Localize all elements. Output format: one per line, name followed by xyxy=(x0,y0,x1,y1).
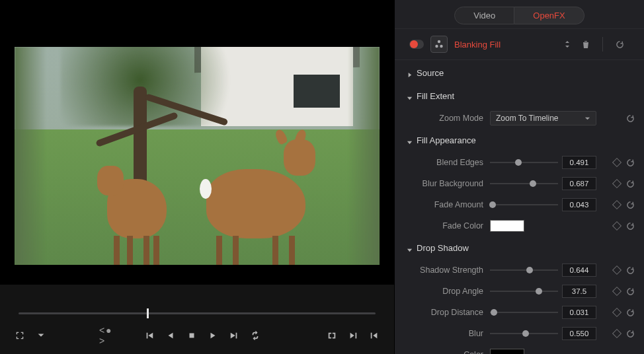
playhead[interactable] xyxy=(147,308,149,318)
trash-icon[interactable] xyxy=(581,40,590,49)
svg-point-0 xyxy=(438,40,440,43)
blend-edges-reset-icon[interactable] xyxy=(625,158,635,167)
zoom-mode-select[interactable]: Zoom To Timeline xyxy=(490,111,596,125)
section-drop-shadow-label: Drop Shadow xyxy=(417,243,469,253)
shadow-blur-label: Blur xyxy=(400,329,490,338)
drop-distance-label: Drop Distance xyxy=(400,308,490,317)
timeline-scrubber[interactable] xyxy=(0,285,394,318)
section-source-label: Source xyxy=(417,68,444,78)
fade-amount-keyframe[interactable] xyxy=(612,200,622,209)
prev-clip-icon[interactable] xyxy=(366,328,382,343)
svg-point-1 xyxy=(435,45,438,48)
blur-background-slider[interactable] xyxy=(490,177,558,190)
fade-color-reset-icon[interactable] xyxy=(625,221,635,230)
fade-color-keyframe[interactable] xyxy=(612,221,622,230)
shadow-blur-keyframe[interactable] xyxy=(612,329,622,338)
crop-icon[interactable] xyxy=(12,328,28,343)
viewer-pane: < ● > xyxy=(0,0,394,354)
blend-edges-value[interactable]: 0.491 xyxy=(562,156,596,169)
fade-amount-value[interactable]: 0.043 xyxy=(562,198,596,211)
preview-area xyxy=(0,0,394,285)
play-reverse-icon[interactable] xyxy=(163,328,179,343)
svg-point-2 xyxy=(440,45,442,48)
fade-color-swatch[interactable] xyxy=(490,220,524,232)
drop-distance-keyframe[interactable] xyxy=(612,308,622,317)
tab-video[interactable]: Video xyxy=(454,7,514,24)
loop-icon[interactable] xyxy=(247,328,263,343)
drop-angle-label: Drop Angle xyxy=(400,287,490,296)
section-source[interactable]: Source xyxy=(400,61,639,85)
shadow-strength-label: Shadow Strength xyxy=(400,266,490,275)
section-drop-shadow[interactable]: Drop Shadow xyxy=(400,236,639,260)
shadow-color-swatch[interactable] xyxy=(490,349,524,354)
first-frame-icon[interactable] xyxy=(141,328,157,343)
section-fill-extent[interactable]: Fill Extent xyxy=(400,85,639,108)
play-icon[interactable] xyxy=(205,328,221,343)
chevron-down-icon xyxy=(407,245,413,251)
reset-all-icon[interactable] xyxy=(615,40,624,49)
preview-canvas[interactable] xyxy=(15,47,380,265)
shadow-blur-reset-icon[interactable] xyxy=(625,329,635,338)
drop-angle-slider[interactable] xyxy=(490,285,558,298)
drop-angle-reset-icon[interactable] xyxy=(625,287,635,296)
shadow-blur-slider[interactable] xyxy=(490,327,558,340)
effect-name: Blanking Fill xyxy=(454,40,556,50)
drop-distance-slider[interactable] xyxy=(490,306,558,319)
stop-icon[interactable] xyxy=(184,328,200,343)
mark-in-icon[interactable]: < ● > xyxy=(99,328,115,343)
blend-edges-label: Blend Edges xyxy=(400,158,490,167)
chevron-down-icon xyxy=(407,137,413,143)
chevron-down-icon xyxy=(407,93,413,99)
zoom-mode-value: Zoom To Timeline xyxy=(496,114,558,123)
drop-angle-keyframe[interactable] xyxy=(612,287,622,296)
expand-icon[interactable] xyxy=(563,40,572,49)
fade-color-label: Fade Color xyxy=(400,221,490,230)
blend-edges-keyframe[interactable] xyxy=(612,158,622,167)
shadow-blur-value[interactable]: 0.550 xyxy=(562,327,596,340)
tab-openfx[interactable]: OpenFX xyxy=(514,7,584,24)
blur-background-label: Blur Background xyxy=(400,179,490,188)
effect-header: Blanking Fill xyxy=(395,28,644,60)
inspector-panel: Video OpenFX Blanking Fill Source xyxy=(394,0,644,354)
transport-bar: < ● > xyxy=(0,318,394,354)
effect-enable-toggle[interactable] xyxy=(409,40,424,49)
section-fill-appearance[interactable]: Fill Appearance xyxy=(400,129,639,152)
last-frame-icon[interactable] xyxy=(226,328,242,343)
shadow-strength-keyframe[interactable] xyxy=(612,266,622,275)
blur-background-reset-icon[interactable] xyxy=(625,179,635,188)
effect-plugin-icon[interactable] xyxy=(430,36,448,53)
drop-distance-value[interactable]: 0.031 xyxy=(562,306,596,319)
section-fill-extent-label: Fill Extent xyxy=(417,91,454,101)
blend-edges-slider[interactable] xyxy=(490,156,558,169)
fade-amount-label: Fade Amount xyxy=(400,200,490,209)
section-fill-appearance-label: Fill Appearance xyxy=(417,135,476,145)
fade-amount-slider[interactable] xyxy=(490,198,558,211)
next-clip-icon[interactable] xyxy=(345,328,361,343)
match-frame-icon[interactable] xyxy=(324,328,340,343)
drop-angle-value[interactable]: 37.5 xyxy=(562,285,596,298)
zoom-mode-label: Zoom Mode xyxy=(400,114,490,123)
blur-background-value[interactable]: 0.687 xyxy=(562,177,596,190)
zoom-mode-reset-icon[interactable] xyxy=(625,114,635,123)
blur-background-keyframe[interactable] xyxy=(612,179,622,188)
fade-amount-reset-icon[interactable] xyxy=(625,200,635,209)
chevron-down-icon[interactable] xyxy=(33,328,49,343)
inspector-tabs: Video OpenFX xyxy=(395,0,644,28)
drop-distance-reset-icon[interactable] xyxy=(625,308,635,317)
chevron-right-icon xyxy=(407,70,413,76)
shadow-color-label: Color xyxy=(400,350,490,354)
shadow-strength-reset-icon[interactable] xyxy=(625,266,635,275)
shadow-strength-value[interactable]: 0.644 xyxy=(562,264,596,277)
shadow-strength-slider[interactable] xyxy=(490,264,558,277)
